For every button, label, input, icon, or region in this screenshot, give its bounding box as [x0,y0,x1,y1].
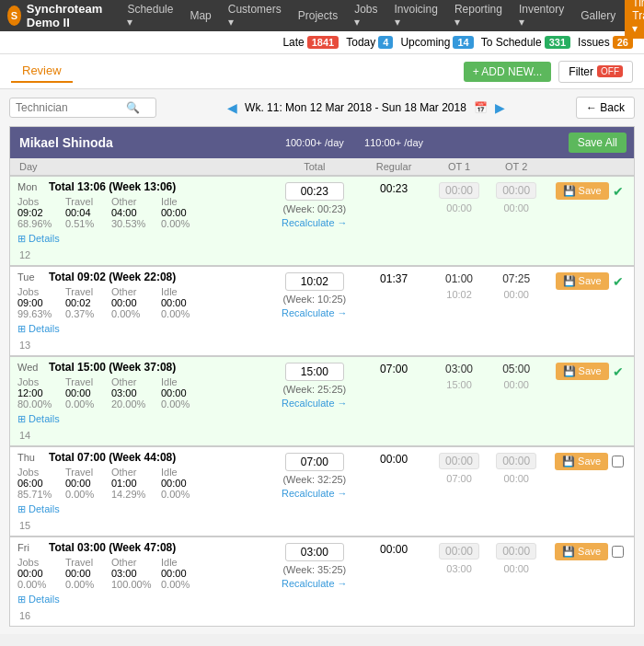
details-link[interactable]: ⊞ Details [17,322,265,335]
save-cell: 💾 Save ✔ [545,266,634,339]
details-link[interactable]: ⊞ Details [17,232,265,245]
save-button[interactable]: 💾 Save [556,272,609,290]
details-link[interactable]: ⊞ Details [17,593,265,606]
sub-col-pct: 0.00% 0.00% 100.00% 0.00% [17,579,265,590]
search-input[interactable] [16,101,126,114]
recalculate-link[interactable]: Recalculate → [282,398,348,409]
day-total-label: Total 07:00 (Week 44:08) [49,451,176,464]
to-schedule-label: To Schedule [481,36,542,49]
nav-projects[interactable]: Projects [291,6,345,26]
table-row: Fri Total 03:00 (Week 47:08) Jobs Travel… [10,536,635,609]
table-row: Wed Total 15:00 (Week 37:08) Jobs Travel… [10,356,635,429]
day-number: 16 [17,610,30,621]
regular-value: 01:37 [362,272,425,285]
ot2-value: 07:25 [502,272,530,285]
status-to-schedule[interactable]: To Schedule 331 [481,36,570,49]
ot2-value: 00:00 [496,543,536,559]
save-button[interactable]: 💾 Save [556,182,609,200]
nav-map[interactable]: Map [182,6,218,26]
day-total-label: Total 15:00 (Week 37:08) [49,361,176,374]
sub-col-pct: 99.63% 0.37% 0.00% 0.00% [17,308,265,319]
page-header: Review + ADD NEW... Filter OFF [0,54,644,89]
total-input-cell: (Week: 00:23) Recalculate → [272,176,358,248]
next-week-arrow[interactable]: ▶ [495,100,505,115]
day-total-label: Total 03:00 (Week 47:08) [49,541,176,554]
total-time-input[interactable] [285,543,344,561]
late-badge: 1841 [307,36,339,49]
back-button[interactable]: ← Back [576,97,635,119]
status-upcoming[interactable]: Upcoming 14 [400,36,473,49]
calendar-icon[interactable]: 📅 [474,101,488,114]
nav-gallery[interactable]: Gallery [573,6,623,26]
ot1-cell: 00:00 03:00 [431,536,488,609]
recalculate-link[interactable]: Recalculate → [282,578,348,589]
nav-inventory[interactable]: Inventory ▾ [512,0,571,32]
ot1-threshold: 100:00+ /day [285,137,344,148]
status-today[interactable]: Today 4 [346,36,393,49]
status-late[interactable]: Late 1841 [282,36,339,49]
ot2-threshold: 110:00+ /day [364,137,423,148]
day-info-cell: Wed Total 15:00 (Week 37:08) Jobs Travel… [10,356,272,429]
ot1-cell: 01:00 10:02 [431,266,488,339]
recalculate-link[interactable]: Recalculate → [282,217,348,228]
save-cell: 💾 Save ✔ [545,176,634,248]
recalculate-link[interactable]: Recalculate → [282,307,348,318]
brand[interactable]: S Synchroteam Demo II [7,2,109,29]
save-check-icon: ✔ [613,364,624,379]
total-time-input[interactable] [285,272,344,291]
nav-reporting[interactable]: Reporting ▾ [447,0,510,32]
total-time-input[interactable] [285,182,344,201]
ot2-cell: 00:00 00:00 [488,536,545,609]
save-button[interactable]: 💾 Save [555,453,608,470]
details-link[interactable]: ⊞ Details [17,502,265,515]
save-all-button[interactable]: Save All [569,133,627,153]
nav-jobs[interactable]: Jobs ▾ [347,0,385,32]
search-box[interactable]: 🔍 [9,98,156,118]
week-total: (Week: 32:25) [282,474,346,485]
ot1-cell: 00:00 07:00 [431,446,488,519]
nav-items: Schedule ▾ Map Customers ▾ Projects Jobs… [120,0,644,39]
technician-name-cell: Mikael Shinoda [10,127,272,159]
sub-col-headers: Jobs Travel Other Idle [17,286,265,297]
nav-invoicing[interactable]: Invoicing ▾ [387,0,445,32]
col-ot2-header: OT 2 [488,158,545,176]
regular-cell: 00:00 [357,536,431,609]
table-row: Thu Total 07:00 (Week 44:08) Jobs Travel… [10,446,635,519]
ot1-sub: 07:00 [436,473,482,484]
col-total-header: Total [272,158,358,176]
ot2-cell: 05:00 00:00 [488,356,545,429]
tab-review[interactable]: Review [11,60,73,83]
save-checkbox[interactable] [612,456,624,467]
save-cell: 💾 Save [545,536,634,609]
nav-time-tracking[interactable]: Time Tracking ▾ [625,0,644,39]
day-name: Tue [17,271,43,283]
save-checkbox[interactable] [612,546,624,558]
total-input-cell: (Week: 35:25) Recalculate → [272,536,358,609]
total-input-cell: (Week: 10:25) Recalculate → [272,266,358,339]
day-name: Thu [17,452,43,463]
add-new-button[interactable]: + ADD NEW... [464,62,552,82]
ot1-value: 00:00 [439,543,479,559]
total-time-input[interactable] [285,453,344,471]
table-row: Tue Total 09:02 (Week 22:08) Jobs Travel… [10,266,635,339]
save-cell: 💾 Save ✔ [545,356,634,429]
details-link[interactable]: ⊞ Details [17,412,265,425]
prev-week-arrow[interactable]: ◀ [227,100,237,115]
day-number: 13 [17,340,30,351]
ot2-threshold-cell: 110:00+ /day [357,127,431,159]
save-button[interactable]: 💾 Save [556,363,609,380]
ot1-value: 00:00 [439,182,479,199]
day-info-cell: Thu Total 07:00 (Week 44:08) Jobs Travel… [10,446,272,519]
ot1-value: 01:00 [445,272,473,285]
recalculate-link[interactable]: Recalculate → [282,488,348,499]
total-time-input[interactable] [285,363,344,381]
nav-schedule[interactable]: Schedule ▾ [120,0,180,32]
sub-col-headers: Jobs Travel Other Idle [17,467,265,478]
status-issues[interactable]: Issues 26 [578,36,633,49]
regular-value: 07:00 [362,363,425,375]
save-button[interactable]: 💾 Save [555,543,608,560]
filter-button[interactable]: Filter OFF [558,61,633,83]
day-info-cell: Fri Total 03:00 (Week 47:08) Jobs Travel… [10,536,272,609]
filter-label: Filter [569,65,593,78]
nav-customers[interactable]: Customers ▾ [221,0,289,32]
